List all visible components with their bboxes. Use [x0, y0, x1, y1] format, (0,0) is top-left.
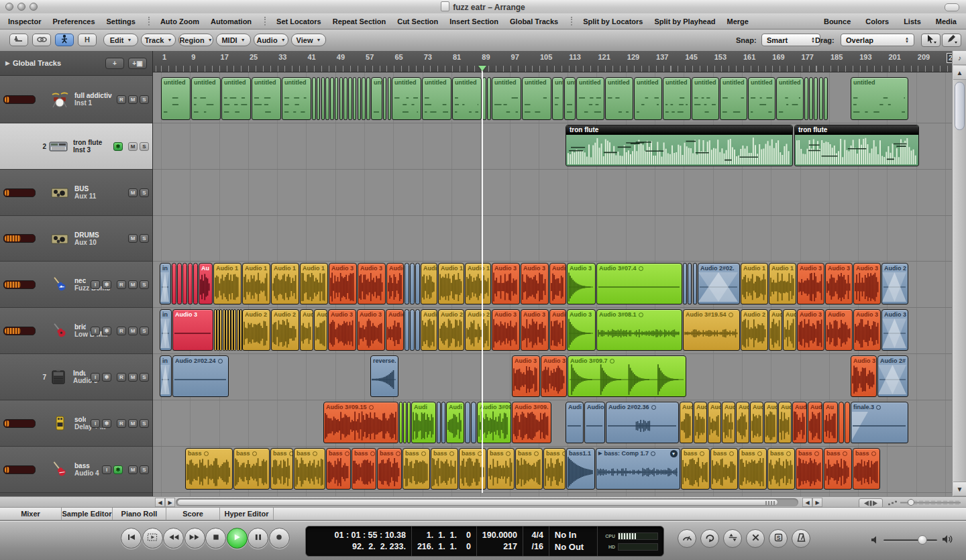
region-sliver[interactable]: [487, 77, 491, 120]
region-untitled[interactable]: untitled: [720, 77, 747, 120]
solo-button[interactable]: S: [140, 188, 149, 197]
region-aud[interactable]: Aud: [680, 402, 693, 443]
region-reverse[interactable]: reverse.: [370, 355, 398, 397]
region-audio-1[interactable]: Audio 1: [465, 263, 491, 304]
region-sliver[interactable]: [819, 77, 823, 120]
region-sliver[interactable]: [465, 402, 470, 443]
menu-button-midi[interactable]: MIDI▼: [216, 34, 251, 46]
region-audio-1[interactable]: Audio 1: [213, 263, 241, 304]
snap-select[interactable]: Smart▲▼: [761, 34, 820, 46]
region-audio-3-09-7[interactable]: Audio 3#09.7: [568, 355, 686, 397]
region-aud[interactable]: Aud: [750, 402, 763, 443]
region-sliver[interactable]: [188, 263, 193, 304]
go-to-beginning-button[interactable]: [121, 528, 142, 549]
midi-thru-person-button[interactable]: [55, 34, 74, 46]
region-unt[interactable]: unt: [552, 77, 564, 120]
region-bass[interactable]: bass: [681, 448, 710, 490]
region-audio-2[interactable]: Audio 2: [465, 309, 491, 351]
record-button[interactable]: [269, 528, 290, 549]
region-bass[interactable]: bass: [377, 448, 402, 490]
menu-item-cut-section[interactable]: Cut Section: [397, 17, 438, 25]
menu-item-lists[interactable]: Lists: [904, 17, 921, 25]
region-audio-3-19-54[interactable]: Audio 3#19.54: [683, 309, 740, 351]
take-folder-arrow-icon[interactable]: ▶: [598, 451, 602, 456]
menu-button-edit[interactable]: Edit▼: [103, 34, 138, 46]
region-audio-3[interactable]: Audio 3: [357, 309, 385, 351]
region-tron-flute[interactable]: tron flute: [794, 125, 919, 166]
region-audio[interactable]: Audio: [584, 402, 605, 443]
mute-button[interactable]: M: [128, 419, 138, 428]
region-aud[interactable]: Aud: [722, 402, 735, 443]
region-sliver[interactable]: [388, 77, 391, 120]
region-audi[interactable]: Audi: [411, 402, 436, 443]
region-sliver[interactable]: [804, 77, 808, 120]
region-unt[interactable]: unt: [371, 77, 382, 120]
track-header-bridge[interactable]: bridgeLow B M...I❄RMS: [0, 308, 152, 354]
region-sliver[interactable]: [824, 77, 828, 120]
record-enable-button[interactable]: R: [117, 95, 126, 104]
region-bass[interactable]: bass: [402, 448, 430, 490]
region-audio-3-09-15[interactable]: Audio 3#09.15: [323, 402, 398, 443]
region-audio-3-08-1[interactable]: Audio 3#08.1: [596, 309, 682, 351]
drag-select[interactable]: Overlap▲▼: [841, 34, 914, 46]
region-sliver[interactable]: [693, 263, 697, 304]
region-audio-3[interactable]: Audio 3: [851, 355, 877, 397]
menu-item-set-locators[interactable]: Set Locators: [276, 17, 321, 25]
solo-button[interactable]: S: [140, 465, 149, 474]
menu-item-split-by-locators[interactable]: Split by Locators: [583, 17, 643, 25]
region-untitled[interactable]: untitled: [634, 77, 662, 120]
region-untitled[interactable]: untitled: [252, 77, 281, 120]
menu-item-settings[interactable]: Settings: [107, 17, 136, 25]
region-audio-3[interactable]: Audio 3: [492, 263, 520, 304]
lcd-locators[interactable]: 1. 1. 1. 0216. 1. 1. 0: [412, 526, 477, 556]
region-audio-3[interactable]: Audio 3: [328, 309, 356, 351]
menu-item-colors[interactable]: Colors: [865, 17, 889, 25]
region-sliver[interactable]: [437, 402, 441, 443]
region-untitled[interactable]: untitled: [663, 77, 691, 120]
region-audio-2[interactable]: Audio 2: [438, 309, 464, 351]
region-bass[interactable]: bass: [543, 448, 566, 490]
region-bass[interactable]: bass: [294, 448, 325, 490]
record-enable-button[interactable]: R: [117, 373, 126, 382]
tuner-button[interactable]: [678, 529, 696, 548]
link-chain-button[interactable]: [32, 34, 51, 46]
region-audio-3[interactable]: Audio 3: [881, 309, 908, 351]
mute-button[interactable]: M: [128, 234, 138, 243]
track-header-bass[interactable]: bassAudio 4I❄MS: [0, 447, 152, 493]
region-audio-1[interactable]: Audio 1: [271, 263, 299, 304]
track-header-solo[interactable]: soloDelay + ...I❄RMS: [0, 400, 152, 447]
region-sliver[interactable]: [410, 309, 415, 351]
pencil-tool-button[interactable]: [942, 34, 961, 47]
menu-button-audio[interactable]: Audio▼: [254, 34, 288, 46]
region-untitled[interactable]: untitled: [282, 77, 311, 120]
scroll-down-button[interactable]: ▼: [953, 482, 966, 496]
toolbar-toggle-lozenge[interactable]: [945, 3, 959, 11]
region-aud[interactable]: Aud: [736, 402, 749, 443]
input-monitor-button[interactable]: I: [91, 327, 100, 335]
solo-button[interactable]: S: [140, 95, 149, 104]
region-bass-comp-1-7[interactable]: ▶bass: Comp 1.7▼: [596, 448, 680, 490]
region-au[interactable]: Au: [199, 263, 213, 304]
region-sliver[interactable]: [335, 77, 339, 120]
region-untitled[interactable]: untitled: [422, 77, 451, 120]
region-bass[interactable]: bass: [824, 448, 852, 490]
region-untitled[interactable]: untitled: [692, 77, 719, 120]
region-sliver[interactable]: [353, 77, 357, 120]
region-sliver[interactable]: [177, 263, 182, 304]
track-header-bus[interactable]: BUSAux 11MS: [0, 170, 152, 216]
track-header-neck[interactable]: neckFuzz BombI❄RMS: [0, 262, 152, 308]
region-audio-3[interactable]: Audio 3: [521, 309, 549, 351]
menu-item-repeat-section[interactable]: Repeat Section: [333, 17, 386, 25]
play-from-selection-button[interactable]: [142, 528, 163, 549]
mute-button[interactable]: M: [128, 327, 138, 335]
lcd-signature[interactable]: 4/4/16: [523, 526, 549, 556]
region-unt[interactable]: unt: [564, 77, 576, 120]
region-bass[interactable]: bass: [233, 448, 270, 490]
menu-item-split-by-playhead[interactable]: Split by Playhead: [654, 17, 715, 25]
region-audio-2[interactable]: Audio 2: [271, 309, 299, 351]
region-audio-3[interactable]: Audio 3: [797, 263, 824, 304]
track-header-drums[interactable]: DRUMSAux 10MS: [0, 216, 152, 262]
region-aud[interactable]: Aud: [314, 309, 327, 351]
menu-button-view[interactable]: View▼: [291, 34, 326, 46]
track-header-full-addictive-b[interactable]: full addictive-b...Inst 1RMS: [0, 76, 152, 123]
